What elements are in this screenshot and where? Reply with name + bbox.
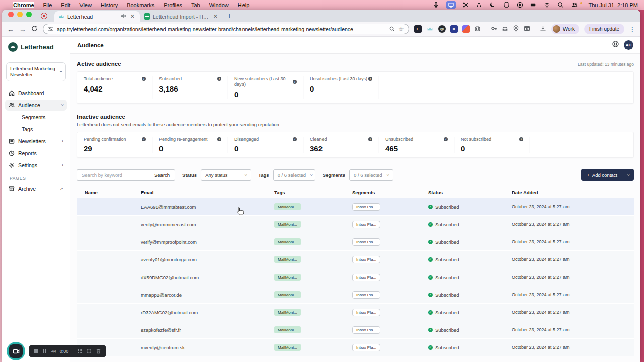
menu-item-chrome[interactable]: Chrome	[13, 2, 34, 8]
profile-chip[interactable]: Work	[551, 24, 579, 34]
help-icon[interactable]	[612, 40, 619, 50]
menu-item-bookmarks[interactable]: Bookmarks	[127, 2, 154, 8]
tag-chip[interactable]: MailMoni...	[274, 291, 301, 298]
sidebar-item-audience[interactable]: Audience ›	[5, 100, 67, 111]
key-icon[interactable]	[491, 25, 497, 34]
back-button[interactable]: ←	[7, 25, 14, 33]
tag-chip[interactable]: MailMoni...	[274, 238, 301, 245]
tab-letterhead[interactable]: Letterhead ✕	[54, 11, 140, 22]
camera-bubble[interactable]	[7, 342, 25, 360]
segment-chip[interactable]: Inbox Pla...	[352, 256, 380, 263]
car-icon[interactable]	[502, 25, 508, 34]
scissors-icon[interactable]	[462, 2, 469, 9]
info-icon[interactable]: i	[444, 137, 448, 141]
drag-handle-icon[interactable]	[78, 349, 82, 353]
sidebar-item-settings[interactable]: Settings ›	[5, 160, 67, 171]
info-icon[interactable]: i	[368, 77, 372, 81]
bookmark-star-icon[interactable]: ☆	[398, 26, 404, 32]
segment-chip[interactable]: Inbox Pla...	[352, 291, 380, 299]
tag-chip[interactable]: MailMoni...	[274, 203, 301, 210]
menu-item-file[interactable]: File	[43, 2, 52, 8]
info-icon[interactable]: i	[368, 137, 372, 141]
sidebar-item-newsletters[interactable]: Newsletters ›	[5, 136, 67, 147]
table-row[interactable]: averify01@monitorga.comMailMoni...Inbox …	[77, 251, 634, 268]
table-row[interactable]: mmapp2@arcor.deMailMoni...Inbox Pla...✓S…	[77, 286, 634, 304]
microphone-icon[interactable]	[433, 2, 440, 9]
browser-menu-icon[interactable]: ⋮	[629, 26, 635, 33]
tag-chip[interactable]: MailMoni...	[274, 256, 301, 263]
tag-chip[interactable]: MailMoni...	[274, 344, 301, 351]
segment-chip[interactable]: Inbox Pla...	[352, 326, 380, 334]
reload-button[interactable]	[31, 25, 38, 34]
sidebar-item-tags[interactable]: Tags	[5, 124, 67, 135]
tag-chip[interactable]: MailMoni...	[274, 309, 301, 316]
tab-close-icon[interactable]: ✕	[129, 13, 136, 20]
restart-recording-icon[interactable]: ◀◀	[51, 349, 55, 353]
tag-chip[interactable]: MailMoni...	[274, 221, 301, 228]
sidebar-item-segments[interactable]: Segments	[5, 112, 67, 123]
sidebar-item-reports[interactable]: Reports	[5, 148, 67, 159]
moon-icon[interactable]	[490, 2, 497, 9]
segment-chip[interactable]: Inbox Pla...	[352, 238, 380, 246]
info-icon[interactable]: i	[142, 77, 146, 81]
table-row[interactable]: mverify@centrum.skMailMoni...Inbox Pla..…	[77, 339, 634, 356]
table-row[interactable]: ezapkofezfe@sfr.frMailMoni...Inbox Pla..…	[77, 321, 634, 339]
extensions-puzzle-icon[interactable]	[474, 25, 481, 34]
play-circle-icon[interactable]	[517, 2, 524, 9]
address-bar[interactable]: app.tryletterhead.com/organizations/lett…	[43, 24, 409, 34]
sidebar-item-archive[interactable]: Archive ↗	[5, 183, 67, 194]
asterism-icon[interactable]	[476, 2, 483, 9]
info-icon[interactable]: i	[217, 137, 221, 141]
forward-button[interactable]: →	[19, 25, 26, 33]
minimize-window-button[interactable]	[17, 12, 23, 17]
tags-select[interactable]: 0 / 6 selected›	[273, 169, 315, 181]
segment-chip[interactable]: Inbox Pla...	[352, 309, 380, 316]
search-button[interactable]: Search	[149, 169, 175, 181]
menu-item-history[interactable]: History	[101, 2, 118, 8]
pause-recording-button[interactable]	[43, 349, 46, 353]
extension-icon-3[interactable]: @	[438, 25, 446, 33]
tab-letterhead-import[interactable]: Letterhead Import - How To ✕	[140, 11, 223, 22]
segments-select[interactable]: 0 / 6 selected›	[349, 169, 393, 181]
stop-recording-button[interactable]	[34, 349, 38, 353]
extension-icon-1[interactable]: L	[414, 25, 422, 33]
info-icon[interactable]: i	[519, 137, 523, 141]
fast-user-switch-icon[interactable]	[571, 2, 578, 9]
info-icon[interactable]: i	[293, 137, 297, 141]
table-row[interactable]: verify@mmproofpoint.comMailMoni...Inbox …	[77, 233, 634, 251]
info-icon[interactable]: i	[142, 137, 146, 141]
menu-item-window[interactable]: Window	[209, 2, 229, 8]
location-pin-icon[interactable]	[513, 25, 519, 34]
status-select[interactable]: Any status›	[201, 169, 251, 181]
wifi-icon[interactable]	[544, 2, 551, 9]
tag-chip[interactable]: MailMoni...	[274, 326, 301, 333]
tag-chip[interactable]: MailMoni...	[274, 274, 301, 281]
newsletter-selector[interactable]: Letterhead Marketing Newsletter ›	[6, 62, 66, 81]
segment-chip[interactable]: Inbox Pla...	[352, 274, 380, 281]
menu-item-view[interactable]: View	[79, 2, 92, 8]
search-input[interactable]	[77, 169, 149, 181]
menu-item-tab[interactable]: Tab	[191, 2, 200, 8]
tab-muted-speaker-icon[interactable]	[121, 13, 126, 20]
zoom-window-button[interactable]	[26, 12, 32, 17]
close-window-button[interactable]	[8, 12, 14, 17]
table-row[interactable]: EAA691@mmtabtest.comMailMoni...Inbox Pla…	[77, 198, 634, 216]
sidebar-item-dashboard[interactable]: Dashboard	[5, 87, 67, 99]
extension-icon-5[interactable]	[462, 25, 470, 33]
spotlight-search-icon[interactable]	[557, 2, 565, 9]
menu-item-profiles[interactable]: Profiles	[164, 2, 182, 8]
segment-chip[interactable]: Inbox Pla...	[352, 221, 380, 228]
table-row[interactable]: dX59DMC02@hotmail.comMailMoni...Inbox Pl…	[77, 268, 634, 286]
shield-icon[interactable]	[503, 2, 510, 9]
extension-icon-letterhead[interactable]	[426, 25, 434, 33]
site-settings-icon[interactable]	[48, 25, 53, 34]
delete-recording-icon[interactable]	[96, 347, 101, 356]
search-icon[interactable]	[389, 25, 395, 34]
menu-item-edit[interactable]: Edit	[61, 2, 70, 8]
table-row[interactable]: verify@mmmimecast.comMailMoni...Inbox Pl…	[77, 216, 634, 233]
effects-icon[interactable]	[87, 349, 91, 353]
finish-update-button[interactable]: Finish update	[584, 24, 624, 34]
info-icon[interactable]: i	[217, 77, 221, 81]
recording-indicator-icon[interactable]	[41, 13, 47, 19]
add-contact-dropdown-button[interactable]: ›	[623, 169, 634, 181]
